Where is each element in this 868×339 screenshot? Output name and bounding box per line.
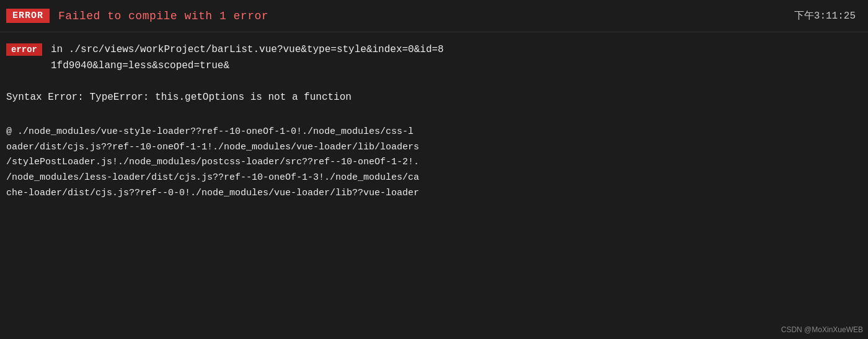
error-path: in ./src/views/workProject/barList.vue?v… [51,42,444,74]
error-badge: ERROR [6,9,50,23]
timestamp: 下午3:11:25 [794,9,856,22]
stack-line-3: /stylePostLoader.js!./node_modules/postc… [6,157,419,167]
header-message: Failed to compile with 1 error [58,10,268,22]
error-block: error in ./src/views/workProject/barList… [0,32,868,84]
syntax-error-block: Syntax Error: TypeError: this.getOptions… [0,84,868,118]
console-container: ERROR Failed to compile with 1 error 下午3… [0,0,868,339]
syntax-error-text: Syntax Error: TypeError: this.getOptions… [6,92,352,103]
stack-line-2: oader/dist/cjs.js??ref--10-oneOf-1-1!./n… [6,142,419,152]
stack-trace-text: @ ./node_modules/vue-style-loader??ref--… [6,125,862,201]
stack-line-4: /node_modules/less-loader/dist/cjs.js??r… [6,172,419,183]
stack-line-5: che-loader/dist/cjs.js??ref--0-0!./node_… [6,188,419,198]
stack-line-1: @ ./node_modules/vue-style-loader??ref--… [6,126,414,137]
error-path-line2: 1fd9040&lang=less&scoped=true& [51,60,229,71]
watermark: CSDN @MoXinXueWEB [781,325,863,334]
header-left: ERROR Failed to compile with 1 error [6,9,268,23]
error-small-badge: error [6,43,42,56]
error-path-line1: in ./src/views/workProject/barList.vue?v… [51,44,444,55]
stack-block: @ ./node_modules/vue-style-loader??ref--… [0,118,868,208]
header-line: ERROR Failed to compile with 1 error 下午3… [0,0,868,32]
